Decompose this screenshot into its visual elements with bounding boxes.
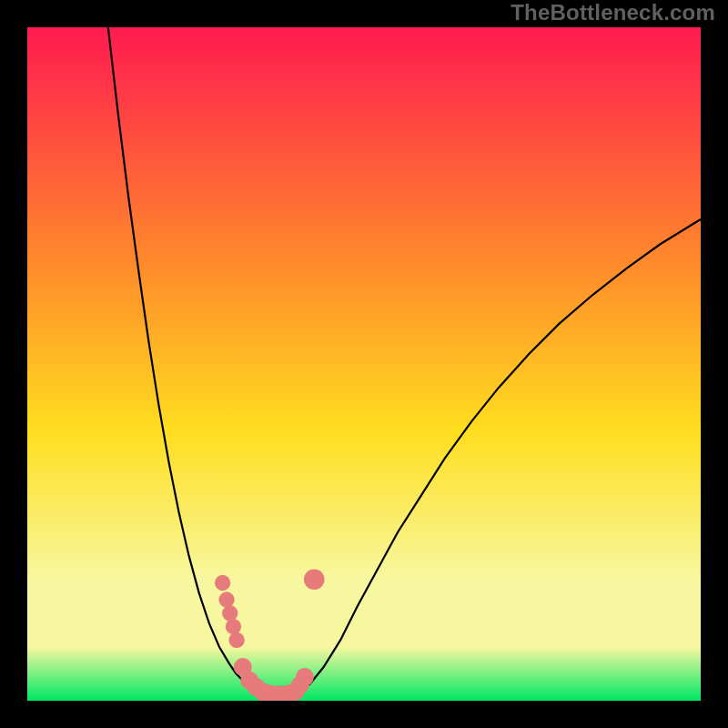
gradient-bg	[27, 27, 701, 701]
data-dot	[222, 605, 238, 621]
watermark-text: TheBottleneck.com	[511, 0, 715, 25]
chart-svg	[27, 27, 701, 701]
data-dot	[215, 575, 230, 591]
data-dot	[226, 619, 241, 634]
chart-plot	[27, 27, 701, 701]
data-dot	[304, 569, 325, 590]
chart-frame: TheBottleneck.com	[0, 0, 728, 728]
data-dot	[228, 632, 244, 648]
data-dot	[296, 668, 314, 686]
data-dot	[218, 592, 234, 607]
